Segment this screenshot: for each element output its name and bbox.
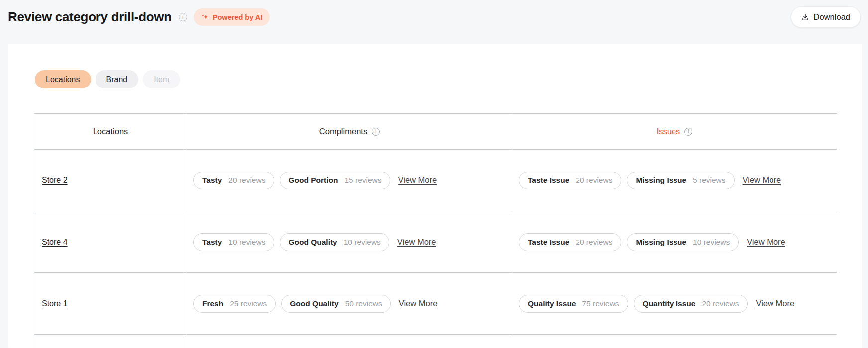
tab-bar: Locations Brand Item bbox=[8, 44, 862, 88]
compliments-cell bbox=[187, 335, 512, 348]
sparkles-icon bbox=[201, 13, 209, 21]
download-label: Download bbox=[814, 12, 850, 22]
pill-count: 20 reviews bbox=[702, 299, 739, 308]
pill-label: Taste Issue bbox=[528, 176, 569, 185]
pill-count: 75 reviews bbox=[582, 299, 619, 308]
pill-count: 50 reviews bbox=[345, 299, 382, 308]
pill-label: Fresh bbox=[202, 299, 223, 308]
compliment-pill: Good Portion 15 reviews bbox=[280, 172, 390, 189]
page-title: Review category drill-down bbox=[8, 9, 172, 25]
view-more-link[interactable]: View More bbox=[747, 237, 785, 247]
compliment-pill: Tasty 10 reviews bbox=[193, 233, 274, 251]
compliments-cell: Fresh 25 reviews Good Quality 50 reviews… bbox=[187, 273, 512, 335]
table-row: Store 2 Tasty 20 reviews Good Portion 15… bbox=[34, 150, 837, 211]
pill-label: Tasty bbox=[202, 176, 222, 185]
pill-label: Taste Issue bbox=[528, 238, 569, 247]
view-more-link[interactable]: View More bbox=[756, 299, 794, 308]
view-more-link[interactable]: View More bbox=[397, 237, 436, 247]
pill-count: 20 reviews bbox=[576, 176, 612, 185]
column-label: Compliments bbox=[319, 127, 367, 136]
column-label: Locations bbox=[93, 127, 128, 136]
compliments-cell: Tasty 10 reviews Good Quality 10 reviews… bbox=[187, 211, 512, 273]
issues-cell: Quality Issue 75 reviews Quantity Issue … bbox=[512, 273, 837, 335]
location-cell: Store 4 bbox=[34, 211, 187, 273]
issues-cell: Taste Issue 20 reviews Missing Issue 5 r… bbox=[512, 150, 837, 211]
pill-label: Missing Issue bbox=[636, 176, 686, 185]
download-button[interactable]: Download bbox=[791, 6, 861, 28]
location-cell bbox=[34, 335, 187, 348]
pill-count: 25 reviews bbox=[230, 299, 267, 308]
table-header-row: Locations Compliments i Issues i bbox=[34, 114, 837, 150]
title-info-icon[interactable]: i bbox=[179, 13, 187, 21]
store-link[interactable]: Store 2 bbox=[42, 176, 68, 184]
pill-count: 10 reviews bbox=[344, 238, 381, 247]
column-label: Issues bbox=[657, 127, 680, 136]
column-header-compliments: Compliments i bbox=[187, 114, 512, 150]
view-more-link[interactable]: View More bbox=[399, 299, 438, 308]
view-more-link[interactable]: View More bbox=[743, 175, 781, 185]
issue-pill: Quality Issue 75 reviews bbox=[519, 295, 628, 313]
issues-cell bbox=[512, 335, 837, 348]
issue-pill: Missing Issue 5 reviews bbox=[627, 172, 734, 189]
pill-count: 20 reviews bbox=[576, 238, 612, 247]
issue-pill: Taste Issue 20 reviews bbox=[519, 233, 621, 251]
tab-brand[interactable]: Brand bbox=[96, 70, 139, 88]
compliment-pill: Tasty 20 reviews bbox=[193, 172, 274, 189]
table-row: Store 4 Tasty 10 reviews Good Quality 10… bbox=[34, 211, 837, 273]
title-row: Review category drill-down i Powered by … bbox=[0, 0, 868, 26]
drilldown-table: Locations Compliments i Issues i bbox=[34, 113, 837, 348]
pill-label: Quantity Issue bbox=[643, 299, 696, 308]
tab-item[interactable]: Item bbox=[143, 70, 180, 88]
pill-count: 15 reviews bbox=[344, 176, 381, 185]
store-link[interactable]: Store 4 bbox=[42, 238, 68, 246]
tab-locations[interactable]: Locations bbox=[35, 70, 91, 88]
pill-count: 5 reviews bbox=[693, 176, 725, 185]
compliments-info-icon[interactable]: i bbox=[372, 128, 380, 136]
issue-pill: Missing Issue 10 reviews bbox=[627, 233, 739, 251]
pill-label: Good Quality bbox=[289, 238, 337, 247]
issue-pill: Quantity Issue 20 reviews bbox=[634, 295, 748, 313]
top-bar: Review category drill-down i Powered by … bbox=[0, 0, 868, 44]
compliment-pill: Good Quality 50 reviews bbox=[281, 295, 390, 313]
compliment-pill: Fresh 25 reviews bbox=[193, 295, 276, 313]
pill-label: Quality Issue bbox=[528, 299, 576, 308]
column-header-locations: Locations bbox=[34, 114, 187, 150]
pill-count: 10 reviews bbox=[693, 238, 730, 247]
download-icon bbox=[801, 13, 809, 21]
pill-label: Good Portion bbox=[289, 176, 338, 185]
issues-info-icon[interactable]: i bbox=[684, 128, 692, 136]
location-cell: Store 1 bbox=[34, 273, 187, 335]
pill-count: 10 reviews bbox=[228, 238, 265, 247]
pill-count: 20 reviews bbox=[228, 176, 265, 185]
drilldown-table-wrap: Locations Compliments i Issues i bbox=[34, 113, 862, 348]
store-link[interactable]: Store 1 bbox=[42, 299, 68, 308]
issue-pill: Taste Issue 20 reviews bbox=[519, 172, 621, 189]
powered-by-ai-badge: Powered by AI bbox=[194, 8, 270, 26]
table-row bbox=[34, 335, 837, 348]
main-card: Locations Brand Item Locations Complimen… bbox=[8, 44, 862, 348]
pill-label: Missing Issue bbox=[636, 238, 686, 247]
badge-label: Powered by AI bbox=[213, 13, 262, 21]
column-header-issues: Issues i bbox=[512, 114, 837, 150]
table-row: Store 1 Fresh 25 reviews Good Quality 50… bbox=[34, 273, 837, 335]
pill-label: Good Quality bbox=[290, 299, 338, 308]
compliment-pill: Good Quality 10 reviews bbox=[280, 233, 389, 251]
view-more-link[interactable]: View More bbox=[398, 175, 437, 185]
location-cell: Store 2 bbox=[34, 150, 187, 211]
pill-label: Tasty bbox=[202, 238, 222, 247]
issues-cell: Taste Issue 20 reviews Missing Issue 10 … bbox=[512, 211, 837, 273]
compliments-cell: Tasty 20 reviews Good Portion 15 reviews… bbox=[187, 150, 512, 211]
